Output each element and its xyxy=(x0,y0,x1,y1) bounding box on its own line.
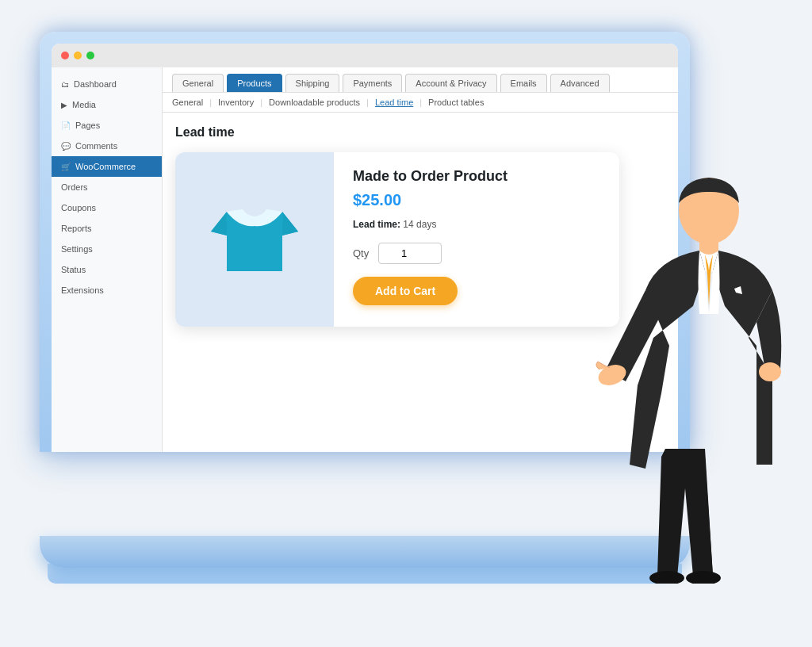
tab-payments[interactable]: Payments xyxy=(343,74,402,92)
tab-account-privacy[interactable]: Account & Privacy xyxy=(405,74,496,92)
close-dot[interactable] xyxy=(61,52,69,59)
browser-titlebar xyxy=(52,44,678,67)
add-to-cart-button[interactable]: Add to Cart xyxy=(353,277,458,305)
woo-icon: 🛒 xyxy=(61,163,71,171)
page-title: Lead time xyxy=(175,125,665,140)
sidebar-item-settings[interactable]: Settings xyxy=(52,239,162,259)
svg-point-4 xyxy=(649,571,684,584)
sidebar-item-coupons[interactable]: Coupons xyxy=(52,197,162,218)
sub-tab-product-tables[interactable]: Product tables xyxy=(428,98,484,107)
product-price: $25.00 xyxy=(353,191,600,209)
product-leadtime: Lead time: 14 days xyxy=(353,219,600,230)
sub-tab-downloadable[interactable]: Downloadable products xyxy=(269,98,360,107)
product-card: Made to Order Product $25.00 Lead time: … xyxy=(175,152,619,327)
tab-bar: General Products Shipping Payments Accou… xyxy=(163,67,678,93)
product-name: Made to Order Product xyxy=(353,168,600,185)
sub-tab-leadtime[interactable]: Lead time xyxy=(375,98,413,107)
product-image-area xyxy=(175,152,334,327)
media-icon: ▶ xyxy=(61,101,67,109)
maximize-dot[interactable] xyxy=(86,52,94,59)
sidebar-item-media[interactable]: ▶ Media xyxy=(52,94,162,115)
svg-point-3 xyxy=(759,362,781,381)
qty-label: Qty xyxy=(353,247,369,259)
dashboard-icon: 🗂 xyxy=(61,80,69,89)
tab-general[interactable]: General xyxy=(172,74,224,92)
tab-emails[interactable]: Emails xyxy=(500,74,547,92)
sidebar: 🗂 Dashboard ▶ Media 📄 Pages 💬 Comments xyxy=(52,67,163,452)
sidebar-item-comments[interactable]: 💬 Comments xyxy=(52,136,162,156)
sub-tab-bar: General | Inventory | Downloadable produ… xyxy=(163,93,678,113)
sidebar-item-extensions[interactable]: Extensions xyxy=(52,280,162,301)
tab-products[interactable]: Products xyxy=(227,74,282,92)
pages-icon: 📄 xyxy=(61,121,71,130)
person-illustration xyxy=(582,147,788,584)
tab-advanced[interactable]: Advanced xyxy=(550,74,610,92)
sub-tab-inventory[interactable]: Inventory xyxy=(218,98,254,107)
product-details: Made to Order Product $25.00 Lead time: … xyxy=(334,152,619,327)
scene: 🗂 Dashboard ▶ Media 📄 Pages 💬 Comments xyxy=(0,0,812,647)
comments-icon: 💬 xyxy=(61,142,71,151)
qty-input[interactable] xyxy=(378,243,442,264)
minimize-dot[interactable] xyxy=(74,52,82,59)
sidebar-item-pages[interactable]: 📄 Pages xyxy=(52,115,162,136)
lead-time-days: 14 days xyxy=(403,219,436,230)
sidebar-item-orders[interactable]: Orders xyxy=(52,177,162,197)
tshirt-icon xyxy=(203,188,306,291)
qty-row: Qty xyxy=(353,243,600,264)
tab-shipping[interactable]: Shipping xyxy=(285,74,340,92)
sidebar-item-reports[interactable]: Reports xyxy=(52,218,162,239)
sub-tab-general[interactable]: General xyxy=(172,98,203,107)
sidebar-item-dashboard[interactable]: 🗂 Dashboard xyxy=(52,74,162,94)
lead-time-label: Lead time: xyxy=(353,219,400,230)
sidebar-item-status[interactable]: Status xyxy=(52,259,162,280)
svg-point-5 xyxy=(686,571,721,584)
sidebar-item-woocommerce[interactable]: 🛒 WooCommerce xyxy=(52,156,162,177)
